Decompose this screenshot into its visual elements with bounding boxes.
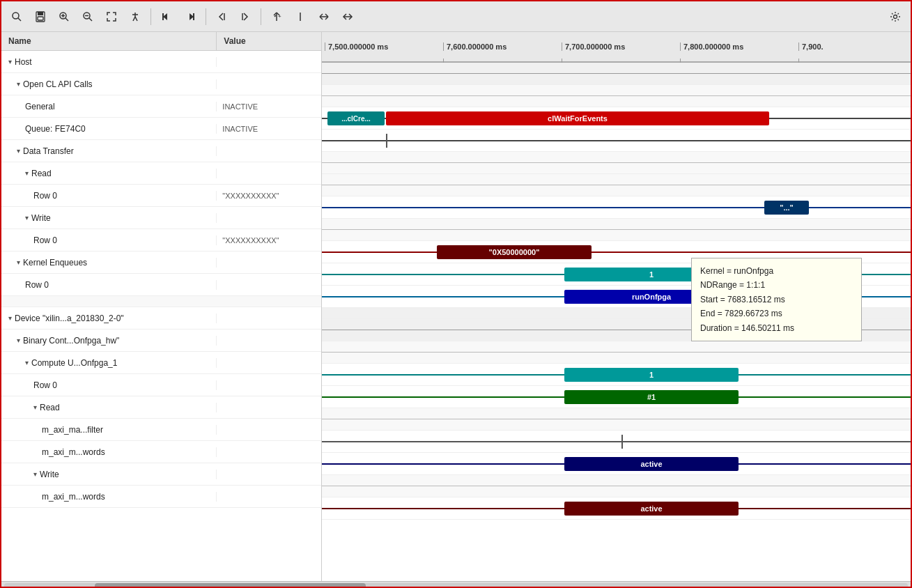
expand-device-write[interactable]: ▾ [33,470,37,478]
tree-row-device-write[interactable]: ▾ Write [1,463,321,486]
bar-m-axi-words-write[interactable]: active [564,502,739,516]
m-axi-words-read-label: m_axi_m...words [42,447,105,457]
bar-compute-teal[interactable]: 1 [564,368,739,382]
bar-run-onfpga[interactable]: runOnfpga [564,290,739,304]
settings-button[interactable] [886,7,905,26]
tree-row-write-row0[interactable]: Row 0 "XXXXXXXXXX" [1,229,321,252]
tree-row-opencl[interactable]: ▾ Open CL API Calls [1,73,321,95]
tree-row-queue[interactable]: Queue: FE74C0 INACTIVE [1,118,321,140]
tree-label-m-axi-filter: m_axi_ma...filter [1,425,217,435]
search-button[interactable] [7,7,26,26]
tl-row-queue [322,130,911,152]
write-row0-value: "XXXXXXXXXX" [217,236,321,245]
timeline-panel[interactable]: 7,500.000000 ms 7,600.000000 ms 7,700.00… [322,32,911,581]
tree-row-datatransfer[interactable]: ▾ Data Transfer [1,140,321,162]
move-right-button[interactable] [235,7,255,26]
tree-row-m-axi-words-write[interactable]: m_axi_m...words [1,486,321,508]
expand-datatransfer[interactable]: ▾ [17,147,20,155]
bar-clwait[interactable]: clWaitForEvents [386,111,769,125]
bar-write-row0[interactable]: "0X50000000" [437,245,592,259]
time-label-3: 7,700.000000 ms [562,42,625,51]
tree-label-read: ▾ Read [1,169,217,178]
tree-label-compute: ▾ Compute U...Onfpga_1 [1,358,217,368]
tree-row-write[interactable]: ▾ Write [1,207,321,229]
tree-row-m-axi-words-read[interactable]: m_axi_m...words [1,441,321,463]
svg-point-0 [13,13,19,19]
tree-label-m-axi-words-read: m_axi_m...words [1,447,217,457]
bar-clcre[interactable]: ...clCre... [327,111,385,125]
write-row0-label: Row 0 [33,235,57,245]
bar-read-row0[interactable]: "..." [764,201,809,215]
tree-label-general: General [1,102,217,111]
expand-kernel-enqueues[interactable]: ▾ [17,258,20,266]
tree-row-compute[interactable]: ▾ Compute U...Onfpga_1 [1,352,321,374]
expand-binary[interactable]: ▾ [17,336,20,344]
remove-marker-button[interactable] [291,7,310,26]
save-button[interactable] [31,7,50,26]
tree-row-binary[interactable]: ▾ Binary Cont...Onfpga_hw" [1,330,321,352]
general-value: INACTIVE [217,102,321,111]
expand-host[interactable]: ▾ [8,58,12,65]
svg-line-10 [89,18,92,21]
last-button[interactable] [180,7,200,26]
scrollbar[interactable] [1,581,911,588]
tl-row-m-axi-words-read: active [322,453,911,475]
tree-row-spacer [1,296,321,307]
tl-line-opencl [322,95,911,96]
fit-button[interactable] [102,7,121,26]
expand-opencl[interactable]: ▾ [17,80,20,88]
tl-row-m-axi-filter [322,431,911,453]
device-write-label: Write [40,470,59,479]
compute-label: Compute U...Onfpga_1 [31,358,117,368]
queue-value: INACTIVE [217,125,321,133]
svg-line-6 [65,18,68,21]
tick-600 [443,59,444,63]
tree-row-compute-row0[interactable]: Row 0 [1,374,321,396]
read-row0-value: "XXXXXXXXXX" [217,192,321,200]
tree-row-read-row0[interactable]: Row 0 "XXXXXXXXXX" [1,185,321,207]
move-left-button[interactable] [212,7,231,26]
timeline-header: 7,500.000000 ms 7,600.000000 ms 7,700.00… [322,32,911,63]
bar-kernel-enqueues[interactable]: 1 [564,268,739,281]
first-button[interactable] [157,7,176,26]
opencl-label: Open CL API Calls [23,79,93,89]
svg-rect-3 [38,12,43,15]
tree-row-general[interactable]: General INACTIVE [1,95,321,118]
zoom-in-button[interactable] [54,7,74,26]
datatransfer-label: Data Transfer [23,146,74,156]
timeline-rows: ...clCre... clWaitForEvents [322,63,911,520]
time-label-4: 7,800.000000 ms [680,42,743,51]
tree-row-kernel-row0[interactable]: Row 0 [1,274,321,296]
bar-compute-row0[interactable]: #1 [564,390,739,404]
expand-device[interactable]: ▾ [8,314,12,322]
bar-m-axi-words-read[interactable]: active [564,457,739,471]
zoom-out-button[interactable] [78,7,98,26]
content-area: Name Value ▾ Host ▾ Open CL API Calls [1,32,911,581]
pin-button[interactable] [125,7,145,26]
expand-read[interactable]: ▾ [25,169,29,177]
tl-row-device-read [322,408,911,431]
tree-row-device[interactable]: ▾ Device "xilin...a_201830_2-0" [1,307,321,330]
tree-row-read[interactable]: ▾ Read [1,162,321,185]
tree-row-kernel-enqueues[interactable]: ▾ Kernel Enqueues [1,252,321,274]
expand-device-read[interactable]: ▾ [33,403,37,411]
expand-compute[interactable]: ▾ [25,359,29,366]
tree-row-host[interactable]: ▾ Host [1,51,321,73]
tl-row-write-row0: "0X50000000" [322,241,911,263]
shrink-button[interactable] [314,7,334,26]
scroll-thumb[interactable] [95,583,366,589]
tl-row-read-row0: "..." [322,196,911,219]
tl-row-binary [322,341,911,364]
device-read-label: Read [40,403,60,412]
add-marker-button[interactable]: + [267,7,286,26]
tl-row-kernel-enqueues: 1 [322,263,911,286]
expand-button[interactable] [338,7,357,26]
scroll-track[interactable] [4,583,908,589]
tree-row-device-read[interactable]: ▾ Read [1,396,321,419]
cursor-indicator: ↖ [736,286,747,301]
tl-line-read [322,185,911,185]
tree-row-m-axi-filter[interactable]: m_axi_ma...filter [1,419,321,441]
tree-label-m-axi-words-write: m_axi_m...words [1,492,217,502]
expand-write[interactable]: ▾ [25,214,29,222]
tree-label-opencl: ▾ Open CL API Calls [1,79,217,89]
